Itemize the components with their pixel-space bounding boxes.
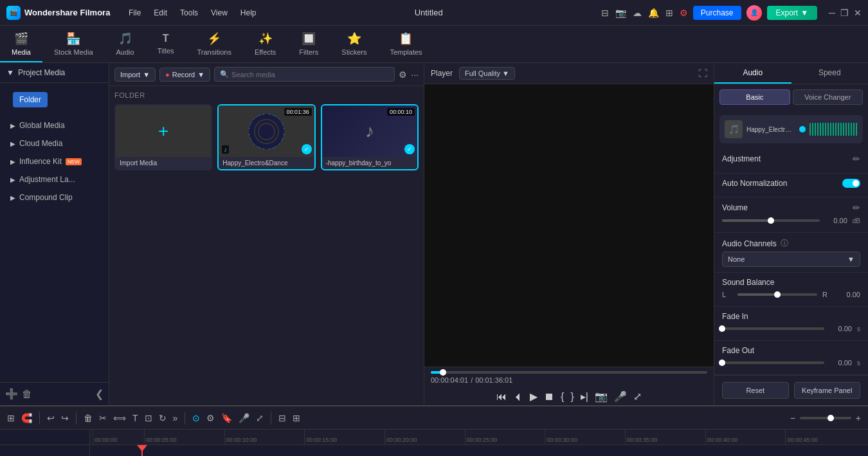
panel-tab-audio[interactable]: Audio	[714, 63, 791, 84]
in-point-icon[interactable]: {	[561, 391, 564, 403]
fullscreen-icon[interactable]: ⛶	[698, 68, 707, 78]
import-media-item[interactable]: + Import Media	[114, 104, 212, 170]
tl-zoom-out-icon[interactable]: −	[788, 411, 797, 425]
happy-birthday-item[interactable]: ♪ 00:00:10 ✓ -happy_birthday_to_yo	[321, 104, 419, 170]
audio-channels-dropdown[interactable]: None ▼	[722, 251, 860, 267]
auto-norm-toggle[interactable]	[842, 179, 860, 188]
zoom-handle[interactable]	[827, 415, 834, 421]
voice-icon[interactable]: 🎤	[614, 390, 627, 403]
keyframe-panel-button[interactable]: Keyframe Panel	[794, 382, 861, 399]
tl-rotate-icon[interactable]: ↻	[157, 411, 168, 425]
tab-templates[interactable]: 📋 Templates	[378, 26, 433, 62]
sidebar-item-compound-clip[interactable]: ▶ Compound Clip	[0, 188, 109, 206]
adjustment-edit-icon[interactable]: ✏	[853, 154, 860, 164]
sidebar-item-cloud-media[interactable]: ▶ Cloud Media	[0, 134, 109, 152]
extra-icon[interactable]: ⤢	[633, 390, 642, 403]
project-media-header[interactable]: ▼ Project Media	[0, 63, 109, 83]
tl-split-icon[interactable]: ✂	[97, 411, 109, 425]
sidebar-collapse-icon[interactable]: ❮	[95, 388, 104, 400]
tl-select-icon[interactable]: ⊞	[5, 411, 17, 425]
window-close-icon[interactable]: ✕	[854, 8, 862, 18]
tl-marker-icon[interactable]: 🔖	[219, 411, 234, 425]
tab-titles[interactable]: T Titles	[146, 26, 186, 62]
volume-slider[interactable]	[722, 219, 820, 222]
search-input[interactable]	[231, 71, 389, 78]
tab-effects[interactable]: ✨ Effects	[243, 26, 287, 62]
tl-delete-icon[interactable]: 🗑	[82, 411, 95, 425]
record-button[interactable]: ● Record ▼	[159, 68, 210, 82]
window-minimize-icon[interactable]: ─	[829, 8, 835, 18]
tl-more-icon[interactable]: »	[171, 411, 180, 425]
tl-ripple-icon[interactable]: ⟺	[111, 411, 128, 425]
tl-redo-icon[interactable]: ↪	[59, 411, 71, 425]
tl-magnet-icon[interactable]: 🧲	[19, 411, 34, 425]
tl-text-icon[interactable]: T	[131, 411, 140, 425]
more-options-icon[interactable]: ···	[411, 69, 419, 80]
tab-stickers[interactable]: ⭐ Stickers	[330, 26, 378, 62]
delete-folder-icon[interactable]: 🗑	[22, 388, 32, 400]
fade-in-handle[interactable]	[719, 325, 725, 332]
purchase-button[interactable]: Purchase	[693, 6, 741, 20]
fade-out-handle[interactable]	[719, 360, 725, 366]
export-button[interactable]: Export ▼	[767, 6, 818, 20]
tl-grid-icon[interactable]: ⊞	[291, 411, 302, 425]
mode-tab-basic[interactable]: Basic	[719, 89, 790, 105]
add-folder-icon[interactable]: ➕	[5, 388, 18, 400]
menu-edit[interactable]: Edit	[154, 8, 167, 17]
import-button[interactable]: Import ▼	[114, 68, 156, 82]
audio-toggle[interactable]	[799, 126, 806, 132]
skip-back-icon[interactable]: ⏮	[496, 391, 507, 403]
menu-view[interactable]: View	[211, 8, 228, 17]
tl-undo-icon[interactable]: ↩	[45, 411, 57, 425]
tab-stock-media[interactable]: 🏪 Stock Media	[42, 26, 105, 62]
play-icon[interactable]: ▶	[530, 390, 538, 403]
cloud-icon[interactable]: ☁	[633, 8, 642, 18]
search-box[interactable]: 🔍	[214, 67, 395, 82]
audio-channels-info-icon[interactable]: ⓘ	[781, 238, 788, 249]
filter-icon[interactable]: ⚙	[399, 69, 407, 80]
tl-zoom-in-icon[interactable]: +	[854, 411, 863, 425]
tab-audio[interactable]: 🎵 Audio	[105, 26, 146, 62]
progress-track[interactable]	[431, 371, 707, 374]
sidebar-item-adjustment-la[interactable]: ▶ Adjustment La...	[0, 170, 109, 188]
sidebar-item-influence-kit[interactable]: ▶ Influence Kit NEW	[0, 152, 109, 170]
tl-layout-icon[interactable]: ⊟	[276, 411, 288, 425]
bell-icon[interactable]: 🔔	[648, 8, 659, 18]
tl-snap-icon[interactable]: ⊙	[190, 411, 202, 425]
volume-edit-icon[interactable]: ✏	[853, 203, 860, 213]
tab-media[interactable]: 🎬 Media	[0, 26, 42, 62]
menu-help[interactable]: Help	[240, 8, 257, 17]
folder-button[interactable]: Folder	[13, 92, 48, 107]
settings-icon[interactable]: ⚙	[680, 8, 688, 18]
quality-select[interactable]: Full Quality ▼	[459, 67, 515, 80]
tab-transitions[interactable]: ⚡ Transitions	[186, 26, 243, 62]
happy-electro-item[interactable]: ♪ 00:01:36 ✓ Happy_Electro&Dance	[217, 104, 315, 170]
camera-icon[interactable]: 📷	[615, 8, 626, 18]
mark-icon[interactable]: ▸|	[581, 390, 588, 403]
tl-crop-icon[interactable]: ⊡	[143, 411, 154, 425]
fade-in-slider[interactable]	[722, 327, 824, 330]
stop-icon[interactable]: ⏹	[544, 391, 554, 403]
progress-handle[interactable]	[440, 369, 446, 376]
frame-back-icon[interactable]: ⏴	[513, 391, 523, 403]
user-avatar[interactable]: 👤	[746, 5, 762, 21]
menu-file[interactable]: File	[129, 8, 141, 17]
apps-icon[interactable]: ⊞	[665, 8, 673, 18]
volume-slider-handle[interactable]	[768, 217, 774, 224]
snapshot-icon[interactable]: 📷	[595, 390, 608, 403]
tab-filters[interactable]: 🔲 Filters	[287, 26, 330, 62]
fade-out-slider[interactable]	[722, 361, 824, 364]
sound-balance-slider[interactable]	[737, 293, 817, 296]
zoom-slider[interactable]	[800, 417, 851, 419]
panel-tab-speed[interactable]: Speed	[791, 63, 869, 84]
mode-tab-voice-changer[interactable]: Voice Changer	[793, 89, 863, 105]
sound-balance-handle[interactable]	[774, 291, 781, 298]
tl-fit-icon[interactable]: ⤢	[254, 411, 266, 425]
out-point-icon[interactable]: }	[570, 391, 574, 403]
playhead[interactable]: ✂	[141, 445, 143, 456]
sidebar-item-global-media[interactable]: ▶ Global Media	[0, 116, 109, 134]
menu-tools[interactable]: Tools	[180, 8, 198, 17]
tl-mic-icon[interactable]: 🎤	[237, 411, 251, 425]
tl-gear-icon[interactable]: ⚙	[204, 411, 217, 425]
reset-button[interactable]: Reset	[722, 382, 789, 399]
